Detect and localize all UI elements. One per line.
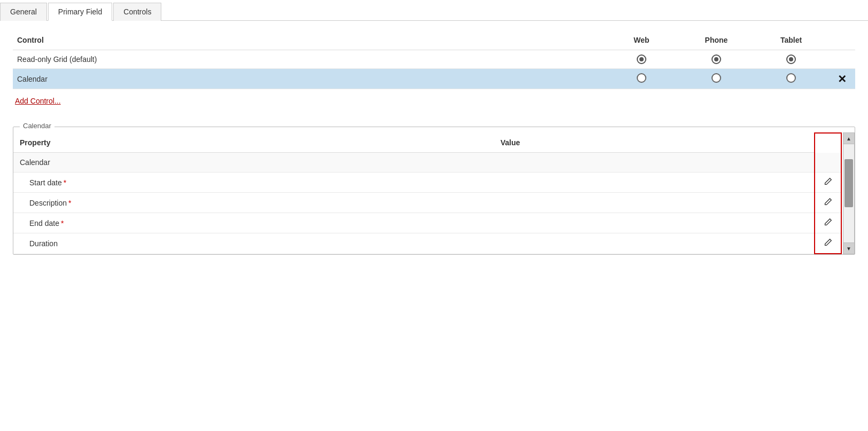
prop-row-duration: Duration — [13, 233, 841, 254]
scroll-down-button[interactable]: ▼ — [843, 242, 855, 254]
control-tablet-radio-calendar[interactable] — [754, 69, 828, 89]
edit-icons-header — [815, 133, 841, 153]
required-star-start-date: * — [64, 178, 66, 187]
prop-label-description: Description* — [13, 193, 494, 213]
prop-value-end-date — [494, 213, 815, 233]
col-header-web: Web — [604, 32, 679, 50]
prop-header-value: Value — [494, 133, 815, 153]
prop-value-description — [494, 193, 815, 213]
calendar-section-title: Calendar — [20, 122, 54, 130]
controls-table: Control Web Phone Tablet Read-only Grid … — [13, 32, 855, 89]
edit-icon-duration[interactable] — [815, 233, 841, 254]
main-content: Control Web Phone Tablet Read-only Grid … — [0, 21, 868, 265]
properties-wrapper: Property Value Calendar Start date* — [13, 132, 855, 254]
col-header-phone: Phone — [679, 32, 754, 50]
radio-phone-calendar[interactable] — [711, 73, 721, 83]
edit-icon-description[interactable] — [815, 193, 841, 213]
control-remove-readonly — [828, 50, 855, 69]
edit-icon-start-date[interactable] — [815, 173, 841, 193]
radio-inner-web-readonly — [639, 57, 644, 61]
radio-phone-readonly[interactable] — [711, 54, 721, 64]
pencil-icon-description[interactable] — [823, 197, 833, 207]
scroll-up-button[interactable]: ▲ — [843, 132, 855, 144]
calendar-section: Calendar Property Value Calendar — [13, 127, 855, 255]
prop-label-duration: Duration — [13, 233, 494, 254]
control-name-readonly-grid: Read-only Grid (default) — [13, 50, 604, 69]
prop-value-start-date — [494, 173, 815, 193]
prop-row-description: Description* — [13, 193, 841, 213]
edit-icon-end-date[interactable] — [815, 213, 841, 233]
radio-inner-tablet-readonly — [789, 57, 793, 61]
control-row-calendar: Calendar ✕ — [13, 69, 855, 89]
add-control-link[interactable]: Add Control... — [15, 97, 61, 105]
edit-icon-cat — [815, 153, 841, 173]
prop-label-start-date: Start date* — [13, 173, 494, 193]
properties-table: Property Value Calendar Start date* — [13, 132, 842, 254]
control-phone-radio-calendar[interactable] — [679, 69, 754, 89]
scroll-track — [843, 144, 855, 242]
radio-tablet-readonly[interactable] — [786, 54, 796, 64]
scrollbar: ▲ ▼ — [843, 132, 855, 254]
tab-bar: General Primary Field Controls — [0, 0, 868, 21]
pencil-icon-start-date[interactable] — [823, 177, 833, 186]
col-header-tablet: Tablet — [754, 32, 828, 50]
remove-calendar-button[interactable]: ✕ — [838, 74, 847, 84]
radio-tablet-calendar[interactable] — [786, 73, 796, 83]
control-phone-radio-readonly[interactable] — [679, 50, 754, 69]
calendar-category-row: Calendar — [13, 153, 841, 173]
control-web-radio-readonly[interactable] — [604, 50, 679, 69]
control-web-radio-calendar[interactable] — [604, 69, 679, 89]
pencil-icon-end-date[interactable] — [823, 217, 833, 227]
prop-value-duration — [494, 233, 815, 254]
radio-web-readonly[interactable] — [637, 54, 646, 64]
control-remove-calendar[interactable]: ✕ — [828, 69, 855, 89]
tab-primary-field[interactable]: Primary Field — [48, 3, 112, 21]
radio-inner-phone-readonly — [714, 57, 718, 61]
tab-controls[interactable]: Controls — [113, 3, 161, 21]
tab-general[interactable]: General — [0, 3, 47, 21]
prop-header-property: Property — [13, 133, 494, 153]
scroll-thumb[interactable] — [844, 159, 853, 207]
prop-row-start-date: Start date* — [13, 173, 841, 193]
col-header-control: Control — [13, 32, 604, 50]
prop-row-end-date: End date* — [13, 213, 841, 233]
control-tablet-radio-readonly[interactable] — [754, 50, 828, 69]
required-star-description: * — [68, 199, 71, 207]
calendar-category-label: Calendar — [13, 153, 815, 173]
pencil-icon-duration[interactable] — [823, 238, 833, 247]
prop-label-end-date: End date* — [13, 213, 494, 233]
control-name-calendar: Calendar — [13, 69, 604, 89]
required-star-end-date: * — [61, 219, 64, 228]
control-row-readonly-grid: Read-only Grid (default) — [13, 50, 855, 69]
radio-web-calendar[interactable] — [637, 73, 646, 83]
